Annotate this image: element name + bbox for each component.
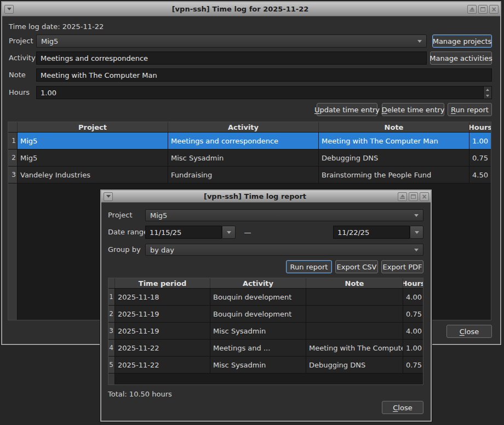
arrow-up-icon bbox=[486, 89, 489, 91]
table-row[interactable]: 5 2025-11-22 Misc Sysadmin Debugging DNS… bbox=[108, 357, 423, 374]
window-menu-icon bbox=[106, 195, 111, 198]
main-titlebar[interactable]: [vpn-ssh] Time log for 2025-11-22 × bbox=[2, 2, 500, 16]
report-titlebar[interactable]: [vpn-ssh] Time log report × bbox=[101, 191, 431, 203]
cell-time-period: 2025-11-19 bbox=[115, 306, 210, 322]
cell-time-period: 2025-11-22 bbox=[115, 340, 210, 356]
group-by-combobox-value: by day bbox=[150, 246, 174, 254]
table-row[interactable]: 2 Mig5 Misc Sysadmin Debugging DNS 0.75 bbox=[8, 150, 491, 166]
table-row[interactable]: 2 2025-11-19 Bouquin development 0.75 bbox=[108, 306, 423, 323]
col-header-activity[interactable]: Activity bbox=[168, 122, 319, 132]
row-index: 3 bbox=[108, 323, 115, 339]
run-report-button-main[interactable]: Run report bbox=[448, 103, 492, 116]
maximize-icon bbox=[480, 7, 485, 12]
report-table: Time period Activity Note Hours 1 2025-1… bbox=[108, 278, 423, 385]
run-report-button[interactable]: Run report bbox=[286, 260, 332, 273]
table-row[interactable]: 3 2025-11-19 Misc Sysadmin 4.00 bbox=[108, 323, 423, 340]
report-project-combobox[interactable]: Mig5 bbox=[145, 209, 423, 221]
date-from-dropdown-button[interactable] bbox=[222, 226, 236, 239]
button-label: D bbox=[382, 106, 387, 114]
spin-down-button[interactable] bbox=[484, 93, 491, 99]
shade-button[interactable] bbox=[467, 5, 477, 14]
cell-activity: Misc Sysadmin bbox=[168, 150, 319, 166]
col-header-time-period[interactable]: Time period bbox=[115, 278, 210, 288]
chevron-down-icon bbox=[227, 231, 231, 234]
date-range-separator: — bbox=[241, 226, 254, 239]
close-window-button[interactable]: × bbox=[489, 5, 499, 14]
col-header-hours[interactable]: Hours bbox=[469, 122, 491, 132]
activity-input[interactable]: Meetings and correspondence bbox=[36, 51, 427, 65]
note-input[interactable]: Meeting with The Computer Man bbox=[36, 68, 492, 82]
group-by-label: Group by bbox=[108, 244, 141, 256]
group-by-combobox[interactable]: by day bbox=[145, 244, 423, 256]
shade-button[interactable] bbox=[398, 192, 407, 201]
cell-activity: Misc Sysadmin bbox=[210, 357, 306, 373]
table-header-row: Project Activity Note Hours bbox=[8, 122, 491, 133]
button-label: Export CSV bbox=[337, 263, 377, 271]
report-project-label: Project bbox=[108, 209, 132, 221]
button-label: Manage activities bbox=[429, 54, 492, 62]
cell-hours: 4.50 bbox=[469, 166, 491, 183]
date-to-dropdown-button[interactable] bbox=[410, 226, 423, 239]
button-label: lose bbox=[398, 404, 412, 412]
row-index: 5 bbox=[108, 357, 115, 373]
maximize-button[interactable] bbox=[409, 192, 418, 201]
chevron-down-icon bbox=[414, 249, 419, 251]
table-row[interactable]: 4 2025-11-22 Meetings and ... Meeting wi… bbox=[108, 340, 423, 357]
spin-buttons bbox=[483, 87, 491, 99]
hours-label: Hours bbox=[9, 86, 30, 99]
spin-up-button[interactable] bbox=[484, 87, 491, 93]
col-header-note[interactable]: Note bbox=[306, 278, 403, 288]
cell-activity: Meetings and correspondence bbox=[168, 133, 319, 149]
date-to-input[interactable]: 11/22/25 bbox=[333, 226, 410, 239]
button-label: elete time entry bbox=[387, 106, 445, 114]
row-index-strip bbox=[108, 374, 115, 384]
export-csv-button[interactable]: Export CSV bbox=[335, 260, 378, 273]
table-row[interactable]: 1 2025-11-18 Bouquin development 4.00 bbox=[108, 289, 423, 306]
project-combobox[interactable]: Mig5 bbox=[36, 35, 427, 48]
date-from-input[interactable]: 11/15/25 bbox=[145, 226, 222, 239]
button-label: C bbox=[460, 328, 465, 336]
report-window: [vpn-ssh] Time log report × Project Mig5… bbox=[101, 191, 431, 421]
row-index-header bbox=[8, 122, 18, 132]
cell-note: Meeting with The Computer... bbox=[306, 340, 403, 356]
close-button-report[interactable]: Close bbox=[382, 401, 423, 414]
window-menu-button[interactable] bbox=[4, 5, 14, 14]
window-menu-button[interactable] bbox=[104, 192, 113, 201]
cell-hours: 1.00 bbox=[403, 340, 423, 356]
manage-projects-button[interactable]: Manage projects bbox=[432, 35, 492, 48]
row-index: 4 bbox=[108, 340, 115, 356]
manage-activities-button[interactable]: Manage activities bbox=[430, 51, 492, 65]
cell-note: Meeting with The Computer Man bbox=[319, 133, 469, 149]
time-log-date-label: Time log date: 2025-11-22 bbox=[9, 22, 104, 31]
cell-hours: 0.75 bbox=[469, 150, 491, 166]
maximize-button[interactable] bbox=[478, 5, 488, 14]
delete-time-entry-button[interactable]: Delete time entry bbox=[382, 103, 444, 116]
table-row[interactable]: 3 Vandeley Industries Fundraising Brains… bbox=[8, 166, 491, 183]
cell-time-period: 2025-11-19 bbox=[115, 323, 210, 339]
cell-activity: Fundraising bbox=[168, 166, 319, 183]
row-index: 2 bbox=[108, 306, 115, 322]
close-window-button[interactable]: × bbox=[420, 192, 429, 201]
cell-hours: 0.75 bbox=[403, 306, 423, 322]
col-header-activity[interactable]: Activity bbox=[210, 278, 306, 288]
table-header-row: Time period Activity Note Hours bbox=[108, 278, 423, 289]
hours-spinbox[interactable]: 1.00 bbox=[36, 86, 492, 99]
export-pdf-button[interactable]: Export PDF bbox=[381, 260, 423, 273]
arrow-down-icon bbox=[486, 95, 489, 97]
col-header-hours[interactable]: Hours bbox=[403, 278, 423, 288]
close-icon: × bbox=[491, 5, 496, 13]
col-header-project[interactable]: Project bbox=[18, 122, 168, 132]
total-hours-text: Total: 10.50 hours bbox=[108, 389, 172, 399]
cell-hours: 4.00 bbox=[403, 289, 423, 305]
table-row[interactable]: 1 Mig5 Meetings and correspondence Meeti… bbox=[8, 133, 491, 150]
cell-activity: Bouquin development bbox=[210, 306, 306, 322]
update-time-entry-button[interactable]: Update time entry bbox=[317, 103, 377, 116]
row-index: 3 bbox=[8, 166, 18, 183]
button-label: R bbox=[451, 106, 455, 114]
col-header-note[interactable]: Note bbox=[319, 122, 469, 132]
shade-icon bbox=[469, 7, 474, 12]
close-button-main[interactable]: Close bbox=[446, 325, 492, 338]
button-label: pdate time entry bbox=[319, 106, 380, 114]
button-label: Run report bbox=[290, 263, 328, 271]
chevron-down-icon bbox=[417, 40, 422, 43]
